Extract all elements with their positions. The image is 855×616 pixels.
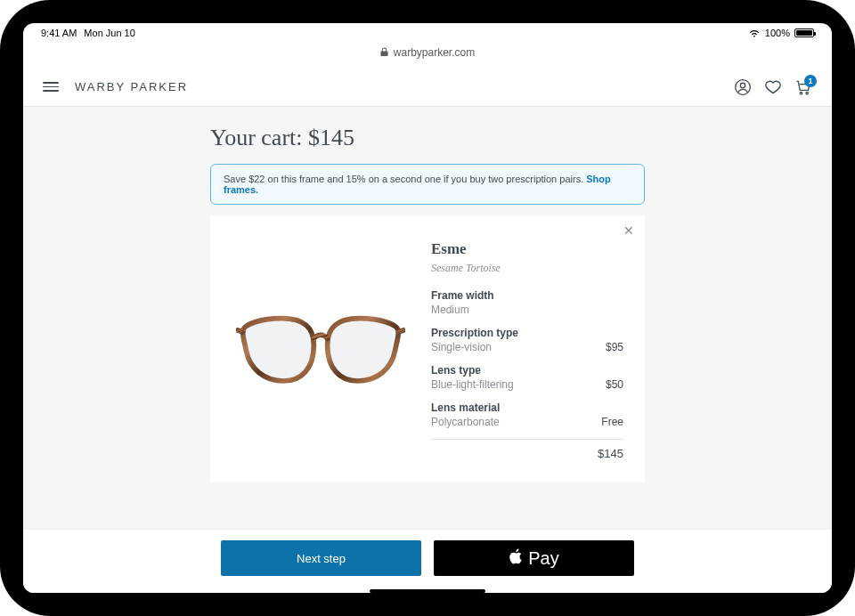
svg-point-1 [740, 83, 745, 87]
svg-point-3 [806, 92, 808, 93]
product-image [232, 240, 410, 463]
spec-label: Lens material [431, 401, 623, 414]
wifi-icon [748, 28, 761, 38]
apple-logo-icon [509, 548, 523, 569]
cart-title: Your cart: $145 [210, 125, 645, 151]
product-color: Sesame Tortoise [431, 262, 623, 275]
battery-icon [794, 28, 814, 37]
spec-price: Free [601, 416, 623, 428]
product-name: Esme [431, 240, 623, 258]
battery-percent: 100% [765, 28, 790, 38]
favorites-icon[interactable] [764, 78, 782, 96]
spec-lens-material: Lens material Polycarbonate Free [431, 401, 623, 428]
tablet-frame: 9:41 AM Mon Jun 10 100% warbyparker.com [0, 0, 855, 616]
lock-icon [380, 47, 388, 57]
url-text: warbyparker.com [394, 46, 475, 59]
product-info: Esme Sesame Tortoise Frame width Medium … [431, 240, 623, 463]
cart-item-card: ✕ [210, 215, 645, 482]
checkout-bar: Next step Pay [23, 529, 832, 593]
spec-label: Lens type [431, 364, 623, 377]
spec-label: Frame width [431, 289, 623, 302]
spec-price: $95 [606, 341, 623, 353]
screen: 9:41 AM Mon Jun 10 100% warbyparker.com [23, 23, 832, 593]
content-area: Your cart: $145 Save $22 on this frame a… [23, 107, 832, 529]
menu-icon[interactable] [43, 82, 59, 92]
promo-banner: Save $22 on this frame and 15% on a seco… [210, 164, 645, 205]
spec-frame-width: Frame width Medium [431, 289, 623, 316]
status-time: 9:41 AM [41, 28, 77, 38]
item-total: $145 [431, 447, 623, 460]
url-bar[interactable]: warbyparker.com [23, 45, 832, 61]
close-icon[interactable]: ✕ [623, 224, 634, 237]
site-header: WARBY PARKER 1 [23, 68, 832, 107]
svg-point-2 [800, 92, 802, 93]
spec-label: Prescription type [431, 327, 623, 339]
apple-pay-label: Pay [528, 548, 558, 569]
spec-value: Polycarbonate [431, 416, 500, 428]
spec-value: Medium [431, 304, 469, 316]
spec-prescription: Prescription type Single-vision $95 [431, 327, 623, 353]
cart-icon[interactable]: 1 [794, 78, 812, 96]
brand-logo[interactable]: WARBY PARKER [75, 80, 188, 93]
apple-pay-button[interactable]: Pay [434, 540, 634, 576]
status-date: Mon Jun 10 [84, 28, 134, 38]
spec-value: Blue-light-filtering [431, 378, 514, 391]
spec-price: $50 [606, 378, 623, 391]
spec-lens-type: Lens type Blue-light-filtering $50 [431, 364, 623, 391]
home-indicator[interactable] [370, 589, 485, 593]
divider [431, 439, 623, 440]
cart-badge: 1 [804, 75, 817, 87]
spec-value: Single-vision [431, 341, 492, 353]
account-icon[interactable] [734, 78, 752, 96]
next-step-button[interactable]: Next step [221, 540, 421, 576]
promo-text: Save $22 on this frame and 15% on a seco… [224, 174, 586, 184]
status-bar: 9:41 AM Mon Jun 10 100% [23, 23, 832, 43]
